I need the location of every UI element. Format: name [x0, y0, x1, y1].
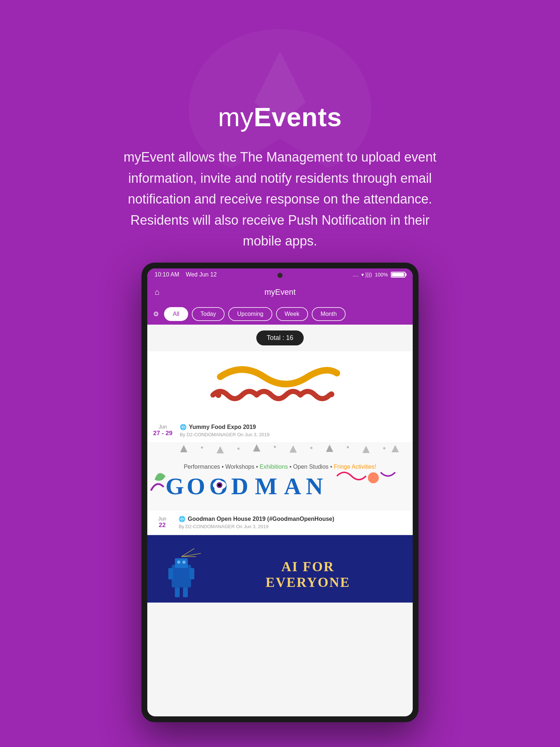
event-info-yummy: 🌐 Yummy Food Expo 2019 By D2-CONDOMANAGE… [180, 424, 407, 437]
svg-rect-31 [175, 558, 188, 568]
home-icon[interactable]: ⌂ [155, 287, 159, 297]
filter-icon: ⚙ [153, 310, 159, 318]
filter-btn-all[interactable]: All [164, 307, 188, 321]
signal-icon: .... [353, 272, 358, 278]
svg-point-15 [347, 446, 349, 448]
event-author-yummy: By D2-CONDOMANAGER On Jun 3, 2019 [180, 432, 407, 437]
filter-bar: ⚙ All Today Upcoming Week Month [147, 303, 413, 325]
svg-text:AI FOR: AI FOR [281, 559, 335, 574]
svg-rect-34 [168, 568, 173, 579]
svg-point-32 [177, 561, 180, 564]
svg-point-2 [328, 391, 334, 397]
event-item-ai[interactable]: AI FOR EVERYONE [147, 535, 413, 603]
svg-point-23 [218, 484, 221, 487]
svg-point-13 [274, 446, 276, 448]
globe-icon-yummy: 🌐 [180, 424, 187, 430]
svg-rect-30 [172, 565, 191, 587]
filter-btn-month[interactable]: Month [312, 307, 345, 321]
svg-text:N: N [306, 473, 323, 499]
svg-rect-36 [175, 588, 180, 597]
event-item-goodman[interactable]: Performances • Workshops • Exhibitions •… [147, 443, 413, 534]
event-date-goodman: Jun 22 [153, 516, 171, 529]
svg-point-12 [237, 448, 240, 450]
content-area: Total : 16 [147, 325, 413, 716]
event-date-yummy: Jun 27 - 29 [153, 424, 172, 437]
status-time-date: 10:10 AM Wed Jun 12 [155, 271, 217, 278]
event-title-goodman: 🌐 Goodman Open House 2019 (#GoodmanOpenH… [179, 516, 407, 522]
svg-text:D: D [231, 473, 248, 499]
status-date: Wed Jun 12 [186, 271, 217, 278]
battery-bar [391, 272, 405, 278]
svg-text:EVERYONE: EVERYONE [266, 575, 350, 590]
event-days-yummy: 27 - 29 [153, 430, 172, 437]
status-time: 10:10 AM [155, 271, 179, 278]
svg-rect-37 [183, 588, 188, 597]
tablet-frame: 10:10 AM Wed Jun 12 .... ▾ )))) 100% ⌂ m… [141, 263, 419, 722]
tablet-device: 10:10 AM Wed Jun 12 .... ▾ )))) 100% ⌂ m… [141, 263, 419, 722]
header-section: myEvents myEvent allows the The Manageme… [0, 0, 560, 252]
globe-icon-goodman: 🌐 [179, 516, 186, 522]
svg-point-16 [383, 447, 385, 449]
svg-text:A: A [284, 473, 301, 499]
svg-point-28 [368, 472, 379, 483]
event-title-text-yummy: Yummy Food Expo 2019 [189, 424, 256, 430]
svg-text:O: O [187, 473, 205, 499]
filter-btn-week[interactable]: Week [276, 307, 308, 321]
svg-rect-29 [162, 539, 398, 599]
tablet-screen: 10:10 AM Wed Jun 12 .... ▾ )))) 100% ⌂ m… [147, 268, 413, 716]
svg-point-33 [182, 561, 186, 564]
event-title-yummy: 🌐 Yummy Food Expo 2019 [180, 424, 407, 430]
app-header-title: myEvent [264, 287, 296, 297]
event-author-goodman: By D2-CONDOMANAGER On Jun 3, 2019 [179, 524, 407, 529]
title-light: my [218, 102, 254, 132]
event-info-goodman: 🌐 Goodman Open House 2019 (#GoodmanOpenH… [179, 516, 407, 529]
event-days-goodman: 22 [153, 522, 171, 529]
event-item-yummy[interactable]: Jun 27 - 29 🌐 Yummy Food Expo 2019 By D2… [147, 351, 413, 442]
event-image-goodman: Performances • Workshops • Exhibitions •… [147, 443, 413, 511]
title-bold: Events [254, 102, 342, 132]
event-title-text-goodman: Goodman Open House 2019 (#GoodmanOpenHou… [188, 516, 334, 522]
event-month-goodman: Jun [153, 516, 171, 522]
svg-rect-35 [190, 568, 194, 579]
event-image-yummy [147, 351, 413, 419]
svg-point-11 [201, 446, 203, 449]
svg-point-14 [310, 447, 312, 449]
app-header: ⌂ myEvent [147, 281, 413, 303]
svg-text:M: M [255, 473, 277, 499]
event-meta-yummy: Jun 27 - 29 🌐 Yummy Food Expo 2019 By D2… [147, 419, 413, 442]
battery-percent: 100% [375, 272, 388, 278]
svg-point-1 [215, 392, 221, 398]
event-meta-goodman: Jun 22 🌐 Goodman Open House 2019 (#Goodm… [147, 511, 413, 534]
filter-btn-today[interactable]: Today [192, 307, 225, 321]
svg-text:G: G [166, 473, 184, 499]
total-badge: Total : 16 [256, 330, 303, 345]
filter-btn-upcoming[interactable]: Upcoming [228, 307, 272, 321]
status-right: .... ▾ )))) 100% [353, 272, 405, 278]
app-description: myEvent allows the The Management to upl… [116, 147, 444, 252]
tablet-camera [277, 273, 283, 278]
event-image-ai: AI FOR EVERYONE [147, 535, 413, 603]
app-title: myEvents [0, 102, 560, 132]
event-month-yummy: Jun [153, 424, 172, 430]
svg-text:Performances • Workshops •
   : Performances • Workshops • Exhibitions •… [184, 464, 376, 470]
wifi-icon: ▾ )))) [361, 272, 372, 278]
